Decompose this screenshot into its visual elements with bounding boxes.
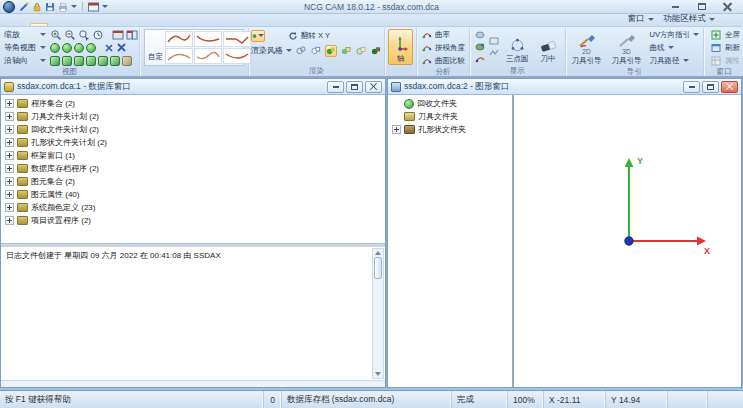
axis-view-icon[interactable] (62, 56, 72, 66)
ribbon-tab[interactable] (48, 24, 64, 26)
scrollbar-thumb[interactable] (374, 257, 382, 279)
view-preset-thumbnail[interactable] (165, 31, 193, 47)
tool-center-button[interactable]: 刀中 (536, 29, 561, 65)
zoom-select-icon[interactable] (78, 29, 90, 41)
view-single-window-icon[interactable] (112, 30, 124, 40)
minimize-button[interactable] (663, 1, 688, 13)
tree-item[interactable]: 孔形状文件夹 (388, 123, 512, 136)
axis-view-icon[interactable] (86, 56, 96, 66)
tool-guide-3d-button[interactable]: 3D 刀具引导 (608, 28, 646, 67)
chevron-down-icon[interactable] (102, 5, 108, 8)
iso-view-icon[interactable] (62, 43, 72, 53)
isometric-view-dropdown[interactable]: 等角视图 (2, 42, 48, 53)
zoom-in-icon[interactable] (50, 29, 62, 41)
render-style-dropdown[interactable]: 渲染风格 (251, 45, 292, 56)
axis-view-icon[interactable] (50, 56, 60, 66)
horizontal-scrollbar[interactable] (1, 380, 385, 387)
iso-view-icon[interactable] (74, 43, 84, 53)
tree-item[interactable]: 回收文件夹 (388, 97, 512, 110)
ribbon-tab[interactable] (30, 23, 48, 26)
ribbon-tab[interactable] (128, 24, 144, 26)
display-option-icon[interactable] (474, 54, 485, 65)
app-menu-button[interactable] (3, 1, 15, 13)
display-option-icon[interactable] (488, 36, 499, 47)
expand-icon[interactable] (5, 112, 14, 121)
ribbon-tab[interactable] (176, 24, 192, 26)
toolpath-dropdown[interactable]: 刀具路径 (648, 54, 701, 67)
close-button[interactable] (715, 1, 740, 13)
fullscreen-button[interactable]: 全屏 (709, 28, 742, 41)
along-axis-dropdown[interactable]: 沿轴向 (2, 55, 48, 66)
zoom-previous-icon[interactable] (92, 29, 104, 41)
scroll-up-icon[interactable] (375, 251, 381, 255)
maximize-button[interactable] (702, 81, 719, 93)
zoom-out-icon[interactable] (64, 29, 76, 41)
ribbon-tab[interactable] (208, 24, 224, 26)
vertical-scrollbar[interactable] (372, 248, 384, 379)
chevron-down-icon[interactable] (71, 5, 77, 8)
view-preset-gallery[interactable]: 自定 (144, 29, 244, 66)
render-shaded-icon[interactable] (325, 45, 337, 57)
view-preset-thumbnail[interactable] (194, 31, 222, 47)
expand-icon[interactable] (5, 190, 14, 199)
tree-item[interactable]: 刀具文件夹 (388, 110, 512, 123)
expand-icon[interactable] (5, 203, 14, 212)
custom-gallery-label[interactable]: 自定 (146, 52, 165, 64)
render-translucent-icon[interactable] (355, 45, 367, 57)
maximize-button[interactable] (689, 1, 714, 13)
view-preset-thumbnail[interactable] (194, 48, 222, 64)
axis-view-icon[interactable] (110, 56, 120, 66)
expand-icon[interactable] (5, 164, 14, 173)
ribbon-tab[interactable] (64, 24, 80, 26)
display-option-icon[interactable] (474, 42, 485, 53)
annotate-icon[interactable] (19, 2, 29, 12)
ribbon-style-menu[interactable]: 功能区样式 (664, 13, 716, 25)
minimize-button[interactable] (683, 81, 700, 93)
ribbon-tab[interactable] (112, 24, 128, 26)
tree-item[interactable]: 图元属性 (40) (1, 188, 385, 201)
tree-item[interactable]: 程序集合 (2) (1, 97, 385, 110)
iso-view-icon[interactable] (50, 43, 60, 53)
expand-icon[interactable] (5, 138, 14, 147)
maximize-button[interactable] (346, 81, 363, 93)
axis-toggle-button[interactable]: 轴 (388, 29, 413, 65)
analysis-item[interactable]: 曲面比较 (419, 54, 467, 67)
axis-view-icon[interactable] (122, 56, 132, 66)
tree-item[interactable]: 回收文件夹计划 (2) (1, 123, 385, 136)
expand-icon[interactable] (5, 151, 14, 160)
ribbon-tab[interactable] (144, 24, 160, 26)
close-button[interactable] (365, 81, 382, 93)
minimize-button[interactable] (327, 81, 344, 93)
graphics-window-titlebar[interactable]: ssdax.com.dca:2 - 图形窗口 (388, 79, 741, 95)
tree-item[interactable]: 孔形状文件夹计划 (2) (1, 136, 385, 149)
ribbon-tab[interactable] (160, 24, 176, 26)
tree-item[interactable]: 数据库存档程序 (2) (1, 162, 385, 175)
tree-item[interactable]: 刀具文件夹计划 (2) (1, 110, 385, 123)
uv-guide-dropdown[interactable]: UV方向指引 (648, 28, 701, 41)
print-icon[interactable] (58, 2, 68, 12)
tree-item[interactable]: 图元集合 (2) (1, 175, 385, 188)
three-point-circle-button[interactable]: 三点圆 (502, 29, 533, 65)
expand-icon[interactable] (5, 177, 14, 186)
axis-view-icon[interactable] (74, 56, 84, 66)
render-hidden-line-icon[interactable] (310, 45, 322, 57)
analysis-item[interactable]: 按模角度 (419, 41, 467, 54)
ribbon-tab[interactable] (80, 24, 96, 26)
curve-dropdown[interactable]: 曲线 (648, 41, 701, 54)
save-icon[interactable] (45, 2, 55, 12)
expand-icon[interactable] (5, 99, 14, 108)
current-view-swatch[interactable] (251, 30, 265, 42)
analysis-item[interactable]: 曲率 (419, 28, 467, 41)
window-layout-icon[interactable] (88, 2, 99, 12)
view-preset-thumbnail[interactable] (223, 48, 251, 64)
fit-view-icon[interactable] (104, 43, 114, 53)
database-window-titlebar[interactable]: ssdax.com.dca:1 - 数据库窗口 (1, 79, 385, 95)
display-option-icon[interactable] (474, 30, 485, 41)
expand-icon[interactable] (392, 125, 401, 134)
close-button[interactable] (721, 81, 738, 93)
fit-all-icon[interactable] (116, 42, 127, 53)
refresh-button[interactable]: 刷新 (709, 41, 742, 54)
rotate-icon[interactable] (288, 31, 298, 41)
render-wireframe-icon[interactable] (295, 45, 307, 57)
axis-view-icon[interactable] (98, 56, 108, 66)
